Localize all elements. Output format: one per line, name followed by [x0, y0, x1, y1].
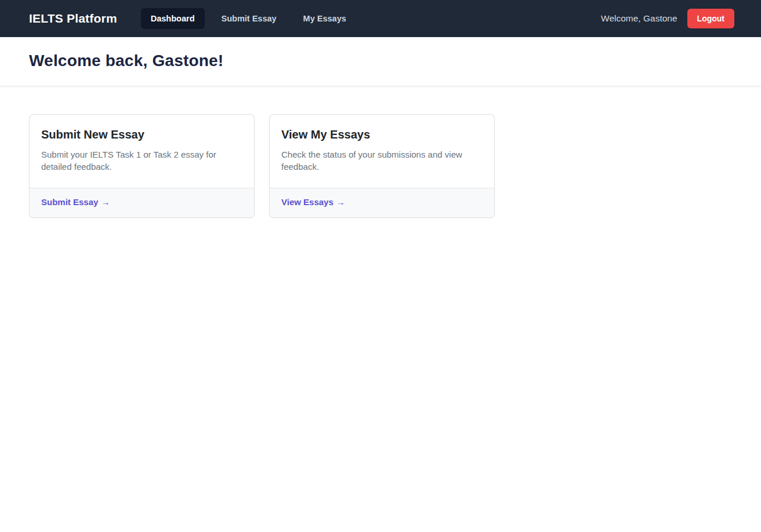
card-body: Submit New Essay Submit your IELTS Task … — [30, 115, 254, 188]
arrow-right-icon: → — [336, 197, 345, 207]
logout-button[interactable]: Logout — [687, 9, 734, 28]
card-description: Check the status of your submissions and… — [281, 149, 483, 173]
welcome-user-text: Welcome, Gastone — [601, 13, 677, 24]
card-title-submit-new-essay: Submit New Essay — [41, 128, 242, 141]
card-footer: Submit Essay → — [30, 188, 254, 217]
view-essays-link[interactable]: View Essays → — [281, 197, 345, 207]
dashboard-content: Submit New Essay Submit your IELTS Task … — [0, 86, 761, 246]
submit-essay-card: Submit New Essay Submit your IELTS Task … — [29, 114, 255, 218]
submit-essay-link-label: Submit Essay — [41, 197, 98, 207]
page-title: Welcome back, Gastone! — [29, 52, 732, 70]
card-description: Submit your IELTS Task 1 or Task 2 essay… — [41, 149, 242, 173]
nav-item-dashboard[interactable]: Dashboard — [141, 8, 205, 29]
page-header: Welcome back, Gastone! — [0, 37, 761, 86]
top-navbar: IELTS Platform Dashboard Submit Essay My… — [0, 0, 761, 37]
nav-item-submit-essay[interactable]: Submit Essay — [212, 8, 287, 29]
nav-item-my-essays[interactable]: My Essays — [293, 8, 356, 29]
card-body: View My Essays Check the status of your … — [270, 115, 494, 188]
brand-title[interactable]: IELTS Platform — [29, 12, 117, 25]
view-essays-link-label: View Essays — [281, 197, 334, 207]
view-essays-card: View My Essays Check the status of your … — [269, 114, 495, 218]
card-title-view-my-essays: View My Essays — [281, 128, 483, 141]
navbar-right: Welcome, Gastone Logout — [601, 9, 734, 28]
nav-links: Dashboard Submit Essay My Essays — [141, 8, 601, 29]
card-footer: View Essays → — [270, 188, 494, 217]
submit-essay-link[interactable]: Submit Essay → — [41, 197, 110, 207]
arrow-right-icon: → — [101, 197, 110, 207]
